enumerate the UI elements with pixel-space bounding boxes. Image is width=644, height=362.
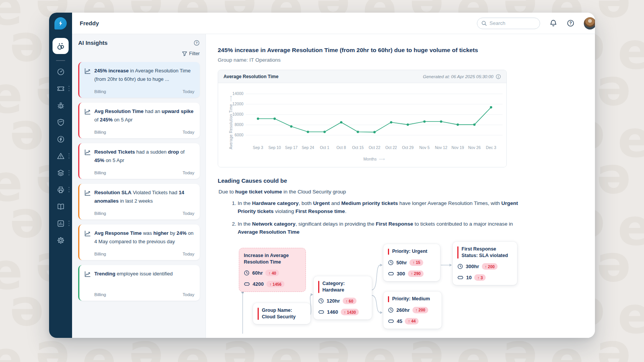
insight-card[interactable]: Avg Response Time was higher by 24% on 4… — [78, 224, 200, 260]
search-box[interactable] — [477, 18, 540, 29]
resolution-time-chart-card: Average Resolution Time Generated at: 06… — [218, 70, 507, 167]
insight-source: Billing — [94, 89, 106, 94]
ticket-icon — [457, 275, 463, 280]
sidebar-item-layers[interactable] — [49, 169, 72, 177]
layers-kebab-menu[interactable] — [69, 170, 70, 175]
sidebar-divider — [56, 60, 65, 61]
insight-source: Billing — [94, 252, 106, 256]
info-icon[interactable] — [496, 74, 501, 79]
svg-text:Oct 29: Oct 29 — [402, 146, 414, 150]
delta-badge: ↑ 290 — [408, 270, 424, 277]
sidebar-item-analytics[interactable] — [49, 219, 72, 228]
red-accent-bar — [258, 308, 259, 320]
insight-text: Avg Response Time was higher by 24% on 4… — [94, 229, 194, 246]
ticket-icon — [244, 281, 250, 287]
trend-chart-icon — [84, 148, 91, 175]
panel-title: AI Insights — [78, 39, 108, 46]
insight-time: Today — [182, 130, 194, 134]
flow-node-increase-resolution-time: Increase in Average Resolution Time 60hr… — [239, 248, 306, 292]
trend-chart-icon — [84, 229, 91, 256]
sidebar-item-freddy-ai[interactable] — [53, 38, 69, 54]
insight-card[interactable]: Avg Resolution Time had an upward spike … — [78, 103, 200, 138]
trend-chart-icon — [84, 270, 91, 297]
flow-node-group-cloud-security: Group Name: Cloud Security — [253, 303, 310, 324]
sidebar-item-settings[interactable] — [49, 236, 72, 245]
leading-causes-intro: Due to huge ticket volume in the Cloud S… — [218, 189, 595, 195]
delta-badge: ↑ 1456 — [266, 281, 285, 287]
leading-cause-item: In the Network category, significant del… — [238, 220, 521, 236]
notifications-bell-icon[interactable] — [549, 19, 557, 27]
tickets-kebab-menu[interactable] — [69, 86, 70, 91]
printer-doc-icon — [57, 186, 65, 194]
red-accent-bar — [457, 246, 458, 259]
trend-chart-icon — [84, 107, 91, 134]
alerts-kebab-menu[interactable] — [69, 153, 70, 159]
svg-text:Oct 22: Oct 22 — [385, 146, 397, 150]
insight-source: Billing — [94, 211, 106, 216]
y-axis-arrow: ⟶ — [228, 95, 233, 102]
sidebar — [49, 13, 72, 338]
trend-chart-icon — [84, 188, 91, 216]
user-avatar[interactable] — [584, 17, 595, 29]
flow-node-category-hardware: Category: Hardware 120hr ↑ 60 1460 ↑ 143… — [314, 276, 372, 320]
sidebar-item-reports[interactable] — [49, 186, 72, 194]
ticket-icon — [318, 309, 324, 315]
insight-card[interactable]: 245% increase in Average Resolution Time… — [78, 62, 200, 98]
clock-icon — [388, 307, 394, 313]
sidebar-item-alerts[interactable] — [49, 152, 72, 161]
insight-source: Billing — [94, 170, 106, 175]
svg-text:Dec 3: Dec 3 — [486, 146, 496, 150]
trend-chart-icon — [84, 67, 91, 94]
filter-button[interactable]: Filter — [78, 51, 200, 56]
main-content: 245% increase in Average Resolution Time… — [206, 34, 595, 338]
insight-text: Avg Resolution Time had an upward spike … — [94, 107, 194, 124]
settings-gear-icon — [57, 236, 65, 244]
book-icon — [57, 203, 65, 211]
svg-text:?: ? — [196, 41, 197, 45]
svg-text:Sep 17: Sep 17 — [285, 146, 298, 150]
alert-triangle-icon — [57, 152, 65, 160]
red-accent-bar — [388, 296, 389, 302]
analytics-kebab-menu[interactable] — [69, 221, 70, 226]
help-icon[interactable]: ? — [567, 19, 575, 27]
svg-text:Oct 15: Oct 15 — [352, 146, 364, 150]
sidebar-item-tickets[interactable] — [49, 85, 72, 93]
svg-text:Nov 19: Nov 19 — [452, 146, 464, 150]
reports-kebab-menu[interactable] — [69, 187, 70, 192]
insight-time: Today — [182, 89, 194, 94]
svg-text:Sep 3: Sep 3 — [253, 146, 263, 150]
sidebar-item-automation[interactable] — [49, 135, 72, 144]
sidebar-item-knowledge-base[interactable] — [49, 203, 72, 211]
insight-text: Resolved Tickets had a sudden drop of 45… — [94, 148, 194, 165]
insight-card[interactable]: Resolved Tickets had a sudden drop of 45… — [78, 143, 200, 179]
chart-title: Average Resolution Time — [223, 74, 278, 79]
ticket-icon — [57, 85, 65, 93]
insight-card[interactable]: Resolution SLA Violated Tickets had 14 a… — [78, 184, 200, 219]
delta-badge: ↑ 200 — [482, 263, 498, 270]
svg-text:Sep 24: Sep 24 — [302, 146, 314, 150]
sidebar-item-bug[interactable] — [49, 102, 72, 110]
insight-time: Today — [182, 170, 194, 175]
clock-icon — [244, 270, 250, 276]
delta-badge: ↑ 3 — [474, 274, 486, 281]
analytics-chart-icon — [57, 219, 65, 228]
insight-card[interactable]: Trending employee issue identified Billi… — [78, 265, 200, 301]
leading-causes-heading: Leading Causes could be — [218, 177, 595, 184]
panel-help-icon[interactable]: ? — [194, 40, 200, 46]
sidebar-item-dashboard[interactable] — [49, 68, 72, 76]
group-name-subtitle: Group name: IT Operations — [218, 57, 595, 63]
search-icon — [481, 20, 487, 26]
clock-icon — [388, 260, 394, 265]
leading-causes-list: In the Hardware category, both Urgent an… — [218, 200, 521, 236]
svg-text:Nov 5: Nov 5 — [419, 146, 430, 150]
insight-source: Billing — [94, 292, 106, 297]
clock-icon — [457, 264, 463, 269]
svg-text:Oct 1: Oct 1 — [320, 146, 329, 150]
ai-insights-panel: AI Insights ? Filter — [72, 34, 206, 338]
freddy-ai-icon — [56, 41, 65, 51]
line-chart: Average Resolution Time ⟶ 60008000100001… — [218, 83, 506, 167]
svg-text:Nov 12: Nov 12 — [435, 146, 447, 150]
chart-plot-area: Sep 3Sep 10Sep 17Sep 24Oct 1Oct 8Oct 15O… — [246, 88, 503, 154]
insight-time: Today — [182, 211, 194, 216]
sidebar-item-security[interactable] — [49, 118, 72, 127]
